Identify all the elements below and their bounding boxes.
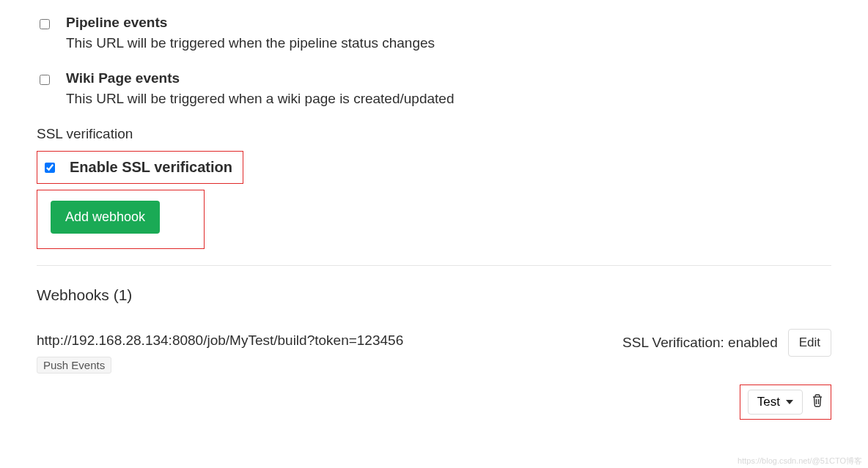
ssl-verification-heading: SSL verification (37, 126, 831, 142)
test-button[interactable]: Test (748, 390, 803, 415)
event-wiki: Wiki Page events This URL will be trigge… (37, 70, 831, 107)
delete-webhook-button[interactable] (812, 394, 823, 410)
webhook-ssl-status: SSL Verification: enabled (622, 335, 778, 351)
test-button-label: Test (757, 395, 780, 409)
pipeline-events-title: Pipeline events (66, 15, 831, 31)
add-webhook-button[interactable]: Add webhook (51, 201, 160, 234)
wiki-events-title: Wiki Page events (66, 70, 831, 86)
test-area: Test (740, 385, 831, 420)
webhook-row: http://192.168.28.134:8080/job/MyTest/bu… (37, 329, 831, 420)
webhook-left: http://192.168.28.134:8080/job/MyTest/bu… (37, 329, 608, 374)
wiki-events-desc: This URL will be triggered when a wiki p… (66, 91, 831, 107)
add-webhook-area: Add webhook (37, 190, 205, 249)
webhooks-heading: Webhooks (1) (37, 286, 831, 304)
event-wiki-content: Wiki Page events This URL will be trigge… (66, 70, 831, 107)
webhook-right: SSL Verification: enabled Edit Test (622, 329, 831, 420)
divider (37, 265, 831, 266)
event-pipeline: Pipeline events This URL will be trigger… (37, 15, 831, 51)
webhook-url: http://192.168.28.134:8080/job/MyTest/bu… (37, 329, 608, 352)
webhook-badge-push-events: Push Events (37, 357, 111, 374)
trash-icon (812, 394, 823, 407)
enable-ssl-row: Enable SSL verification (37, 151, 243, 184)
pipeline-events-checkbox[interactable] (40, 19, 50, 29)
chevron-down-icon (786, 400, 793, 404)
pipeline-events-desc: This URL will be triggered when the pipe… (66, 35, 831, 51)
webhook-right-top: SSL Verification: enabled Edit (622, 329, 831, 357)
wiki-events-checkbox[interactable] (40, 75, 50, 85)
enable-ssl-label: Enable SSL verification (70, 159, 232, 176)
enable-ssl-checkbox[interactable] (45, 163, 55, 173)
event-pipeline-content: Pipeline events This URL will be trigger… (66, 15, 831, 51)
edit-button[interactable]: Edit (788, 329, 831, 357)
